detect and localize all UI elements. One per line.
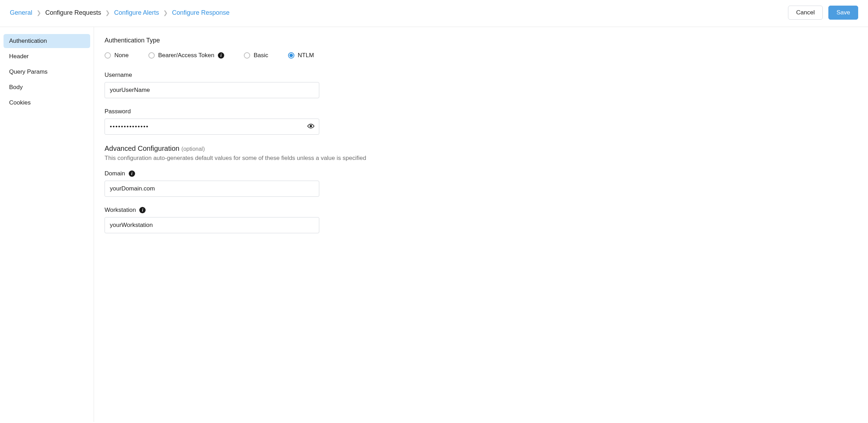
username-input[interactable]	[105, 82, 319, 98]
auth-option-bearer[interactable]: Bearer/Access Token i	[148, 52, 224, 59]
advanced-description: This configuration auto-generates defaul…	[105, 155, 857, 162]
advanced-title-text: Advanced Configuration	[105, 145, 179, 152]
password-field-block: Password	[105, 108, 857, 135]
domain-label-text: Domain	[105, 170, 125, 177]
radio-icon	[244, 52, 250, 59]
chevron-right-icon: ❯	[36, 9, 41, 16]
main-layout: Authentication Header Query Params Body …	[0, 27, 868, 422]
auth-option-label: None	[114, 52, 129, 59]
password-input[interactable]	[105, 119, 319, 135]
sidebar-item-cookies[interactable]: Cookies	[4, 96, 90, 110]
cancel-button[interactable]: Cancel	[788, 6, 823, 20]
password-label: Password	[105, 108, 857, 115]
breadcrumb-configure-requests[interactable]: Configure Requests	[45, 9, 101, 16]
sidebar-item-header[interactable]: Header	[4, 49, 90, 63]
auth-type-options: None Bearer/Access Token i Basic NTLM	[105, 52, 857, 59]
domain-label: Domain i	[105, 170, 857, 177]
breadcrumb-configure-response[interactable]: Configure Response	[172, 9, 229, 16]
auth-option-label: NTLM	[298, 52, 314, 59]
topbar: General ❯ Configure Requests ❯ Configure…	[0, 0, 868, 27]
sidebar: Authentication Header Query Params Body …	[0, 27, 94, 422]
radio-icon	[105, 52, 111, 59]
chevron-right-icon: ❯	[163, 9, 168, 16]
info-icon[interactable]: i	[129, 170, 135, 177]
auth-option-ntlm[interactable]: NTLM	[288, 52, 314, 59]
svg-point-0	[310, 125, 312, 127]
breadcrumb: General ❯ Configure Requests ❯ Configure…	[10, 9, 229, 16]
username-field-block: Username	[105, 72, 857, 98]
auth-option-label: Bearer/Access Token	[158, 52, 214, 59]
save-button[interactable]: Save	[828, 6, 858, 20]
workstation-field-block: Workstation i	[105, 207, 857, 233]
info-icon[interactable]: i	[139, 207, 146, 213]
breadcrumb-configure-alerts[interactable]: Configure Alerts	[114, 9, 159, 16]
workstation-label-text: Workstation	[105, 207, 136, 214]
auth-type-title: Authentication Type	[105, 37, 857, 44]
sidebar-item-body[interactable]: Body	[4, 80, 90, 94]
sidebar-item-authentication[interactable]: Authentication	[4, 34, 90, 48]
radio-icon	[148, 52, 155, 59]
auth-option-basic[interactable]: Basic	[244, 52, 268, 59]
action-buttons: Cancel Save	[788, 6, 858, 20]
workstation-label: Workstation i	[105, 207, 857, 214]
radio-icon	[288, 52, 294, 59]
advanced-configuration-title: Advanced Configuration (optional)	[105, 145, 857, 153]
info-icon[interactable]: i	[218, 52, 224, 59]
domain-input[interactable]	[105, 181, 319, 197]
content: Authentication Type None Bearer/Access T…	[94, 27, 868, 422]
advanced-optional-text: (optional)	[181, 146, 205, 152]
username-label: Username	[105, 72, 857, 79]
breadcrumb-general[interactable]: General	[10, 9, 32, 16]
sidebar-item-query-params[interactable]: Query Params	[4, 65, 90, 79]
workstation-input[interactable]	[105, 217, 319, 233]
domain-field-block: Domain i	[105, 170, 857, 197]
chevron-right-icon: ❯	[105, 9, 110, 16]
eye-icon[interactable]	[307, 124, 314, 130]
auth-option-none[interactable]: None	[105, 52, 129, 59]
auth-option-label: Basic	[254, 52, 268, 59]
